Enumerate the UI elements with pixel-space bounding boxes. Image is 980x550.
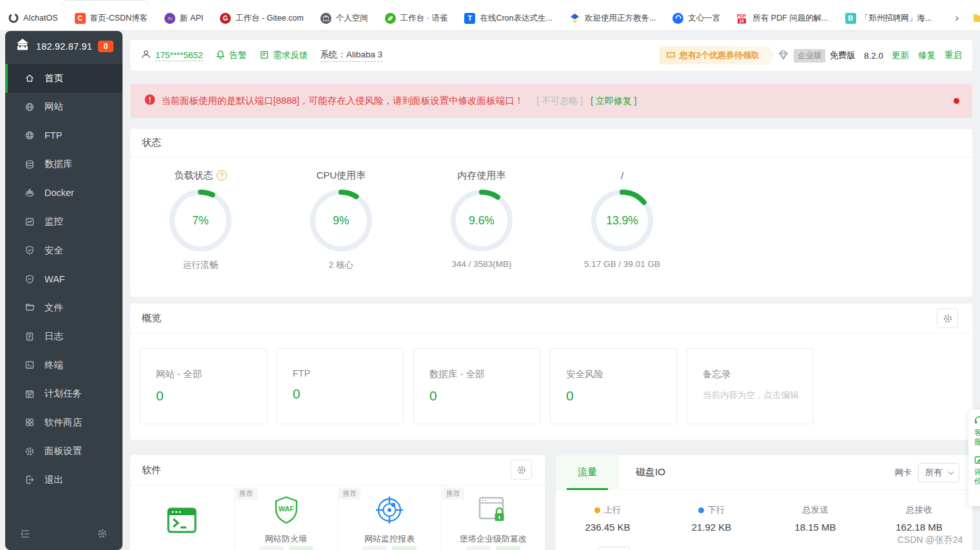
cannot-ignore-label: [ 不可忽略 ]	[536, 95, 583, 107]
sidebar-item-database[interactable]: 数据库	[5, 150, 122, 179]
system-os: Alibaba 3	[346, 50, 382, 59]
logs-icon	[24, 331, 35, 342]
sidebar-item-ftp[interactable]: FTP	[5, 121, 122, 150]
cron-calendar-icon	[24, 388, 35, 399]
svg-text:24: 24	[740, 19, 745, 23]
coupon-banner[interactable]: 您有2个优惠券待领取	[660, 46, 769, 64]
software-panel: 软件 推荐 WAF 网站防火墙 推荐 网站监控报表 推荐 堡塔企业级防篡改	[130, 455, 545, 550]
headset-icon	[974, 416, 980, 427]
bookmark-space[interactable]: 个人空间	[320, 13, 368, 24]
bookmarks-bar: AIchatOS C 首页-CSDN博客 Ai 新 API G 工作台 - Gi…	[0, 0, 980, 31]
tamper-proof-icon	[478, 495, 509, 527]
edition-pro-badge[interactable]: 企业版	[794, 49, 826, 63]
gauge-memory[interactable]: 内存使用率 9.6% 344 / 3583(MB)	[411, 168, 552, 271]
bookmark-yuque[interactable]: 工作台 · 语雀	[385, 13, 448, 24]
gauge-load[interactable]: 负载状态? 7% 运行流畅	[130, 168, 271, 271]
message-count-badge[interactable]: 0	[98, 41, 113, 52]
nic-label: 网卡	[895, 467, 912, 478]
nic-select[interactable]: 所有	[918, 463, 959, 482]
ftp-globe-icon	[24, 130, 35, 141]
sidebar-item-logout[interactable]: 退出	[5, 466, 122, 495]
sidebar-item-logs[interactable]: 日志	[5, 322, 122, 351]
rate-button[interactable]: 评价	[974, 455, 980, 486]
jwxt-icon	[569, 13, 580, 24]
bookmark-jwxt[interactable]: 欢迎使用正方教务...	[569, 13, 656, 24]
overview-card-website[interactable]: 网站 - 全部 0	[140, 348, 267, 424]
files-folder-icon	[24, 302, 35, 313]
sidebar-gear-icon[interactable]	[97, 528, 108, 540]
account-group[interactable]: 175****5652	[141, 49, 203, 62]
cron-tool-icon: T	[464, 13, 475, 24]
edition-diamond-icon[interactable]	[777, 49, 790, 63]
recommend-badge: 推荐	[235, 487, 257, 500]
feedback-group[interactable]: 需求反馈	[259, 50, 308, 62]
bookmark-newapi[interactable]: Ai 新 API	[164, 13, 203, 24]
security-warning-banner: 当前面板使用的是默认端口[8888]，可能存在入侵风险，请到面板设置中修改面板端…	[130, 84, 972, 118]
fix-now-link[interactable]: [ 立即修复 ]	[591, 95, 637, 107]
overview-card-ftp[interactable]: FTP 0	[277, 348, 404, 424]
sidebar-item-cron[interactable]: 计划任务	[5, 380, 122, 409]
alarm-group[interactable]: 告警	[215, 50, 247, 62]
warning-exclamation-icon	[144, 94, 155, 108]
top-header-bar: 175****5652 告警 需求反馈 系统：Alibaba 3 您有2个优惠券…	[130, 40, 972, 71]
sidebar-item-home[interactable]: 首页	[5, 64, 122, 93]
database-icon	[24, 159, 35, 170]
pdf24-icon: PDF24	[737, 13, 748, 24]
sidebar-item-appstore[interactable]: 软件商店	[5, 408, 122, 437]
home-icon	[24, 73, 35, 84]
update-link[interactable]: 更新	[892, 50, 909, 61]
bookmark-cron[interactable]: T 在线Cron表达式生...	[464, 13, 553, 24]
system-group[interactable]: 系统：Alibaba 3	[320, 49, 383, 62]
browser-tab[interactable]	[61, 0, 148, 6]
software-tile-terminal[interactable]	[130, 486, 234, 550]
sidebar-item-website[interactable]: 网站	[5, 93, 122, 122]
overview-card-database[interactable]: 数据库 - 全部 0	[413, 348, 540, 424]
edition-label: 免费版	[829, 50, 856, 61]
sidebar-item-terminal[interactable]: 终端	[5, 351, 122, 380]
server-ip: 182.92.87.91	[36, 41, 92, 52]
sidebar-item-monitor[interactable]: 监控	[5, 208, 122, 237]
settings-gear-icon	[24, 446, 35, 457]
software-settings-button[interactable]	[511, 460, 532, 480]
account-phone[interactable]: 175****5652	[155, 50, 203, 61]
gauge-disk-root[interactable]: / 13.9% 5.17 GB / 39.01 GB	[552, 168, 692, 271]
help-icon[interactable]: ?	[217, 170, 227, 181]
restart-link[interactable]: 重启	[945, 50, 962, 61]
stat-downstream: 下行 21.92 KB	[660, 504, 763, 533]
bookmark-other-folder[interactable]: 其他收藏夹	[973, 13, 980, 24]
docker-icon	[24, 188, 35, 199]
notification-red-dot	[954, 98, 959, 104]
bookmark-pdf24[interactable]: PDF24 所有 PDF 问题的解...	[737, 13, 828, 24]
customer-service-button[interactable]: 客服	[974, 416, 980, 446]
sidebar-item-docker[interactable]: Docker	[5, 179, 122, 208]
gauge-cpu[interactable]: CPU使用率 9% 2 核心	[271, 168, 411, 271]
status-panel: 状态 负载状态? 7% 运行流畅 CPU使用率 9% 2 核心 内存使用率 9.…	[130, 129, 972, 297]
software-tile-waf[interactable]: 推荐 WAF 网站防火墙	[234, 486, 338, 550]
bt-terminal-icon	[167, 507, 197, 536]
sidebar-item-security[interactable]: 安全	[5, 236, 122, 265]
bookmark-gitee[interactable]: G 工作台 - Gitee.com	[220, 13, 304, 24]
tab-traffic[interactable]: 流量	[556, 455, 619, 490]
time-range-button[interactable]	[598, 547, 630, 550]
tab-disk-io[interactable]: 磁盘IO	[619, 455, 682, 490]
collapse-sidebar-icon[interactable]	[19, 528, 31, 540]
bookmarks-overflow-chevron-icon[interactable]: ›	[948, 12, 965, 25]
personal-space-icon	[320, 13, 331, 24]
sidebar-item-settings[interactable]: 面板设置	[5, 437, 122, 466]
repair-link[interactable]: 修复	[918, 50, 936, 61]
bookmark-zzjob[interactable]: B 「郑州招聘网」海...	[845, 13, 932, 24]
software-tile-tamper-proof[interactable]: 推荐 堡塔企业级防篡改	[441, 486, 545, 550]
bookmark-aichatos[interactable]: AIchatOS	[8, 13, 58, 24]
bookmark-wenxin[interactable]: 文心一言	[672, 13, 720, 24]
bookmark-csdn[interactable]: C 首页-CSDN博客	[75, 13, 148, 24]
gitee-icon: G	[220, 13, 231, 24]
overview-settings-button[interactable]	[937, 308, 958, 328]
sidebar-item-files[interactable]: 文件	[5, 293, 122, 322]
stat-upstream: 上行 236.45 KB	[556, 504, 660, 533]
overview-panel: 概览 网站 - 全部 0 FTP 0 数据库 - 全部 0 安全风险 0 备忘录…	[130, 304, 972, 440]
yuque-icon	[385, 13, 396, 24]
sidebar-item-waf[interactable]: WAF	[5, 265, 122, 294]
overview-card-risk[interactable]: 安全风险 0	[550, 348, 677, 424]
software-tile-monitor-report[interactable]: 推荐 网站监控报表	[337, 486, 441, 550]
overview-card-memo[interactable]: 备忘录 当前内容为空，点击编辑	[687, 348, 814, 424]
